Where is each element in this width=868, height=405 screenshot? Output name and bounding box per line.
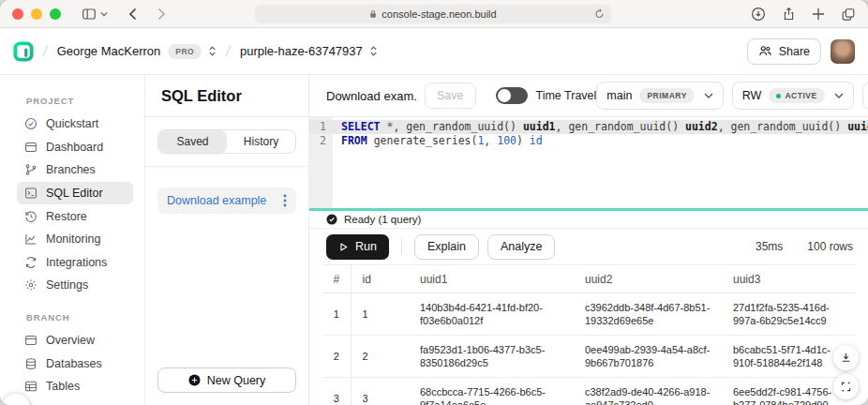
- sidebar-item-roles[interactable]: Roles: [17, 398, 133, 405]
- account-selector-icon[interactable]: [208, 45, 217, 57]
- editor-panel: Download exam... Save Time Travel main P…: [309, 75, 868, 405]
- sql-code-editor[interactable]: 1 SELECT *, gen_random_uuid() uuid1, gen…: [309, 117, 868, 208]
- sidebar-item-sql-editor[interactable]: SQL Editor: [17, 182, 133, 205]
- sidebar-item-label: Settings: [46, 278, 88, 292]
- project-name[interactable]: purple-haze-63747937: [240, 44, 363, 58]
- uuid2-cell: c38f2ad9-de40-4266-a918-ae947c732ed0: [574, 378, 722, 405]
- column-header-uuid2: uuid2: [574, 265, 722, 293]
- database-icon: [24, 357, 37, 370]
- neon-logo[interactable]: [13, 41, 34, 62]
- status-text: Ready (1 query): [344, 214, 421, 225]
- share-button[interactable]: Share: [747, 38, 821, 65]
- sidebar-item-label: SQL Editor: [46, 187, 103, 200]
- page-title: SQL Editor: [145, 75, 308, 117]
- back-button[interactable]: [128, 8, 137, 21]
- line-number: 2: [309, 134, 333, 148]
- sql-editor-icon: [24, 187, 37, 200]
- saved-query-label: Download example: [167, 194, 266, 207]
- tab-history[interactable]: History: [227, 130, 295, 153]
- close-window-button[interactable]: [12, 8, 23, 20]
- sidebar-item-branches[interactable]: Branches: [17, 158, 133, 182]
- database-select[interactable]: neondb: [862, 82, 868, 110]
- table-icon: [24, 380, 37, 393]
- sidebar-item-label: Overview: [46, 334, 95, 347]
- query-title[interactable]: Download exam...: [326, 89, 417, 103]
- kebab-menu-icon[interactable]: [283, 194, 287, 207]
- share-icon[interactable]: [782, 7, 796, 22]
- row-index-cell: 1: [322, 293, 351, 336]
- integrations-icon: [24, 256, 37, 269]
- downloads-icon[interactable]: [751, 7, 766, 22]
- query-duration: 35ms: [756, 240, 783, 253]
- active-badge: ACTIVE: [769, 88, 824, 103]
- new-query-button[interactable]: New Query: [157, 368, 296, 393]
- history-icon: [24, 210, 37, 223]
- download-results-button[interactable]: [833, 345, 859, 370]
- compute-select[interactable]: RW ACTIVE: [732, 82, 854, 110]
- sidebar-item-label: Quickstart: [46, 117, 98, 130]
- sidebar-section-branch: BRANCH: [26, 312, 144, 322]
- zoom-window-button[interactable]: [50, 8, 61, 20]
- expand-results-button[interactable]: [833, 374, 859, 399]
- code-line: 1 SELECT *, gen_random_uuid() uuid1, gen…: [309, 120, 868, 134]
- sidebar-item-quickstart[interactable]: Quickstart: [17, 112, 133, 136]
- row-index-cell: 2: [322, 336, 351, 378]
- uuid1-cell: fa9523d1-1b06-4377-b3c5-8350186d29c5: [409, 336, 574, 378]
- sidebar-item-databases[interactable]: Databases: [17, 352, 133, 375]
- sidebar-item-overview[interactable]: Overview: [17, 329, 133, 352]
- check-circle-icon: [24, 117, 37, 130]
- run-button[interactable]: Run: [326, 234, 389, 260]
- code-line: 2 FROM generate_series(1, 100) id: [309, 134, 868, 148]
- sidebar-item-label: Dashboard: [46, 141, 103, 154]
- reload-icon[interactable]: [594, 8, 605, 20]
- column-header-uuid1: uuid1: [409, 265, 574, 293]
- explain-button[interactable]: Explain: [414, 234, 479, 260]
- sidebar-item-label: Integrations: [46, 256, 107, 269]
- saved-query-item[interactable]: Download example: [157, 188, 296, 214]
- sidebar-item-dashboard[interactable]: Dashboard: [17, 136, 133, 159]
- result-row-count: 100 rows: [807, 240, 853, 253]
- breadcrumb-separator: /: [42, 41, 49, 60]
- user-avatar[interactable]: [831, 39, 855, 64]
- time-travel-toggle[interactable]: [496, 87, 528, 104]
- column-header-id: id: [351, 265, 409, 293]
- people-icon: [758, 44, 772, 58]
- actions-row: Run Explain Analyze 35ms 100 rows: [309, 229, 868, 264]
- tab-saved[interactable]: Saved: [158, 130, 227, 153]
- sidebar-item-tables[interactable]: Tables: [17, 375, 133, 398]
- address-bar[interactable]: console-stage.neon.build: [255, 5, 611, 23]
- minimize-window-button[interactable]: [31, 8, 42, 20]
- gear-icon: [24, 278, 37, 292]
- analyze-button[interactable]: Analyze: [487, 234, 555, 260]
- id-cell: 2: [351, 336, 409, 378]
- share-button-label: Share: [779, 45, 810, 58]
- table-row: 2 2 fa9523d1-1b06-4377-b3c5-8350186d29c5…: [322, 336, 855, 378]
- table-row: 1 1 140b3b4d-6421-41fd-bf20-f03e6b0a012f…: [322, 293, 855, 336]
- plan-badge: PRO: [168, 44, 202, 59]
- monitoring-icon: [24, 232, 37, 246]
- project-selector-icon[interactable]: [369, 45, 378, 57]
- check-circle-filled-icon: [326, 214, 337, 225]
- sidebar-item-label: Restore: [46, 210, 87, 223]
- sidebar-item-monitoring[interactable]: Monitoring: [17, 228, 133, 251]
- account-name[interactable]: George MacKerron: [57, 44, 161, 58]
- forward-button[interactable]: [157, 8, 166, 21]
- new-tab-icon[interactable]: [812, 8, 825, 21]
- url-text: console-stage.neon.build: [382, 8, 496, 20]
- sidebar-item-settings[interactable]: Settings: [17, 274, 133, 297]
- chevron-down-icon: [704, 93, 713, 98]
- chevron-down-icon[interactable]: [100, 10, 108, 18]
- play-icon: [338, 242, 349, 252]
- save-button[interactable]: Save: [425, 82, 476, 109]
- table-row: 3 3 68ccbcca-7715-4266-b6c5-9f7a14ea6e5e…: [322, 378, 855, 405]
- tab-overview-icon[interactable]: [841, 8, 856, 22]
- uuid3-cell: 27d1f2fa-5235-416d-997a-6b29c5e14cc9: [722, 293, 855, 336]
- sidebar-item-restore[interactable]: Restore: [17, 204, 133, 228]
- primary-badge: PRIMARY: [639, 88, 694, 103]
- sidebar-item-integrations[interactable]: Integrations: [17, 251, 133, 275]
- branch-select[interactable]: main PRIMARY: [596, 82, 723, 110]
- chevron-down-icon: [834, 93, 844, 98]
- sidebar-toggle-icon[interactable]: [82, 7, 97, 22]
- lock-icon: [369, 9, 377, 19]
- uuid1-cell: 140b3b4d-6421-41fd-bf20-f03e6b0a012f: [409, 293, 574, 336]
